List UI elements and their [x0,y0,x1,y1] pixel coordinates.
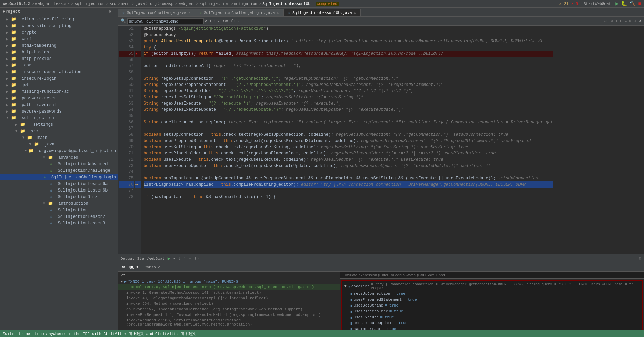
sidebar-item-org-package[interactable]: ▼📁 org.owasp.webgoat.sql_injection [0,148,118,154]
sidebar-item-idor[interactable]: ▶📁 idor [0,62,118,69]
debug-evaluate-btn[interactable]: ⟨⟩ [194,256,199,261]
find-close-icon[interactable]: ✕ [205,18,207,24]
sidebar-item-secure-passwords[interactable]: ▶📁 secure-passwords [0,108,118,115]
code-editor[interactable]: 51 52 53 54 55 56 57 58 59 60 61 62 63 6… [118,26,644,254]
find-prev-icon[interactable]: ⬆ [209,18,211,24]
code-line-67 [144,125,553,132]
watch-item-icon-6: ▮ [350,327,352,330]
warning-indicator: ⚠ 21 [559,1,568,6]
frame-3[interactable]: doInvoke:197, InvocableHandlerMethod (or… [118,307,340,312]
debug-run-to-cursor-btn[interactable]: ⇒ [189,256,191,261]
debug-resume-btn[interactable]: ▶ [168,256,170,261]
watch-item-value-1: = true [403,298,417,302]
search-icon: 🔍 [121,18,126,24]
breadcrumb-java: java [136,2,145,6]
sidebar-item-SqlInjectionLesson3[interactable]: ☕ SqlInjectionLesson3 [0,220,118,227]
code-line-68: boolean setsUpConnection = this.check_te… [144,132,553,138]
find-next-icon[interactable]: ⬇ [213,18,215,24]
code-lines[interactable]: @PostMapping("/SqlInjectionMitigations/a… [141,26,556,254]
debug-label: Debug: [121,257,135,261]
sidebar-item-SqlInjectionChallenge[interactable]: ☕ SqlInjectionChallenge [0,167,118,174]
active-frame[interactable]: → completed:76, SqlInjectionLesson10b (o… [118,284,340,290]
find-input[interactable] [127,18,204,24]
debugger-tab[interactable]: Debugger [118,264,142,271]
sidebar-controls: ⚙ − [109,9,115,14]
tab-SqlInjectionLesson10b[interactable]: ☕ SqlInjectionLesson10b.java ✕ [284,9,361,16]
frame-5[interactable]: invokeAndHandle:106, ServletInvocableHan… [118,318,340,327]
frame-2[interactable]: invoke:564, Method (java.lang.reflect) [118,301,340,307]
sidebar-item-path-traversal[interactable]: ▶📁 path-traversal [0,101,118,108]
tab-close-1[interactable]: ✕ [277,11,279,15]
status-bar: Switch frames from anywhere in the IDE w… [0,330,644,337]
code-line-74 [144,169,553,175]
running-thread[interactable]: ▼ ▶ *XNIO-1 task-19*@26,826 in group "ma… [118,278,340,284]
code-line-53: public AttackResult completed(@RequestPa… [144,38,553,44]
console-tab[interactable]: Console [142,264,163,271]
sidebar-item-insecure-login[interactable]: ▶📁 insecure-login [0,75,118,82]
frame-4[interactable]: invokeForRequest:141, InvocableHandlerMe… [118,312,340,318]
filter-dropdown-icon[interactable]: ▼ [123,273,125,277]
debug-step-over-btn[interactable]: ↷ [173,256,175,261]
thread-expand-icon[interactable]: ▼ [121,280,123,284]
tab-SqlInjectionChallengeLogin[interactable]: ☕ SqlInjectionChallengeLogin.java ✕ [195,9,283,16]
sidebar-item-missing-function-ac[interactable]: ▶📁 missing-function-ac [0,88,118,95]
run-button[interactable]: ▶ [615,1,618,7]
sidebar-item-sql-injection[interactable]: ▼📁 sql-injection [0,115,118,121]
sidebar-settings-icon[interactable]: ⚙ [109,9,111,14]
filter-icon[interactable]: ⚗ [639,18,641,24]
sidebar-item-csrf[interactable]: ▶📁 csrf [0,36,118,42]
sidebar-item-SqlInjection[interactable]: ☕ SqlInjection [0,207,118,213]
filter-icon2[interactable]: ⚗ [121,272,123,277]
stop-button[interactable]: ■ [638,1,641,7]
sidebar-item-introduction-folder[interactable]: ▼📁 introduction [0,200,118,207]
sidebar-item-client-side-filtering[interactable]: ▶📁 client-side-filtering [0,16,118,23]
debug-step-out-btn[interactable]: ↑ [184,256,186,261]
sidebar-item-http-proxies[interactable]: ▶📁 http-proxies [0,55,118,62]
debug-step-into-btn[interactable]: ↓ [179,256,181,261]
debug-button[interactable]: 🐛 [621,1,627,7]
sidebar-item-SqlInjectionLesson6a[interactable]: ☕ SqlInjectionLesson6a [0,180,118,187]
sidebar-item-jwt[interactable]: ▶📁 jwt [0,82,118,88]
active-file-title: SqlInjectionLesson10b [262,2,310,6]
sidebar-item-main[interactable]: ▼📁 main [0,134,118,141]
sidebar-item-src[interactable]: ▼📁 src [0,128,118,134]
tab-SqlInjectionChallenge[interactable]: ☕ SqlInjectionChallenge.java ✕ [118,9,195,16]
active-frame-arrow: → [126,285,131,289]
sidebar-item-cross-site-scripting[interactable]: ▶📁 cross-site-scripting [0,23,118,29]
run-config-label: StartWebGoat [584,2,611,6]
sidebar-collapse-icon[interactable]: − [112,9,115,14]
status-text: Switch frames from anywhere in the IDE w… [3,331,196,336]
tab-close-0[interactable]: ✕ [188,11,190,15]
watch-expand-icon[interactable]: ▼ [344,284,347,289]
sidebar-item-crypto[interactable]: ▶📁 crypto [0,29,118,36]
execution-gutter: ● → [135,26,141,254]
sidebar-item-advanced-folder[interactable]: ▼📁 advanced [0,154,118,161]
sidebar-item-SqlInjectionChallengeLogin[interactable]: ☕ SqlInjectionChallengeLogin [0,174,118,180]
sidebar-item-SqlInjectionLesson2[interactable]: ☕ SqlInjectionLesson2 [0,213,118,220]
sidebar-item-SqlInjectionQuiz[interactable]: ☕ SqlInjectionQuiz [0,194,118,200]
evaluate-input[interactable] [340,272,644,279]
watch-item-value-4: = true [380,315,394,320]
sidebar-item-html-tampering[interactable]: ▶📁 html-tampering [0,42,118,49]
sidebar-item-password-reset[interactable]: ▶📁 password-reset [0,95,118,101]
code-line-66: String codeline = editor.replace( target… [144,119,553,125]
sidebar-item-insecure-deserialization[interactable]: ▶📁 insecure-deserialization [0,69,118,75]
code-line-76: List<Diagnostic> hasCompiled = this.comp… [144,181,553,188]
sidebar-item-SqlInjectionLesson6b[interactable]: ☕ SqlInjectionLesson6b [0,187,118,194]
sidebar-header: Project ⚙ − [0,8,118,16]
debug-tabs: Debugger Console [118,263,644,272]
sidebar-item-java[interactable]: ▼📁 java [0,141,118,148]
watch-usesExecuteUpdate: ▮ usesExecuteUpdate = true [343,320,641,326]
watch-root-item[interactable]: ▼ ▮ codeline = "try { Connection connect… [343,282,641,291]
running-icon: ▶ [124,279,127,284]
watch-item-label-3: usesPlaceholder [354,309,388,314]
tab-close-2[interactable]: ✕ [354,11,356,15]
sidebar-item-http-basics[interactable]: ▶📁 http-basics [0,49,118,55]
sidebar-item-settings[interactable]: ▶📁 .settings [0,121,118,128]
debug-settings-icon[interactable]: ⚙ [639,256,641,261]
build-button[interactable]: 🔨 [630,1,636,7]
frame-1[interactable]: invoke:43, DelegatingMethodAccessorImpl … [118,295,340,301]
sidebar-item-SqlInjectionAdvanced[interactable]: ☕ SqlInjectionAdvanced [0,161,118,167]
breadcrumb-mitigation: mitigation [234,2,257,6]
frame-0[interactable]: invoke:1, GeneratedMethodAccessor141 (jd… [118,290,340,295]
